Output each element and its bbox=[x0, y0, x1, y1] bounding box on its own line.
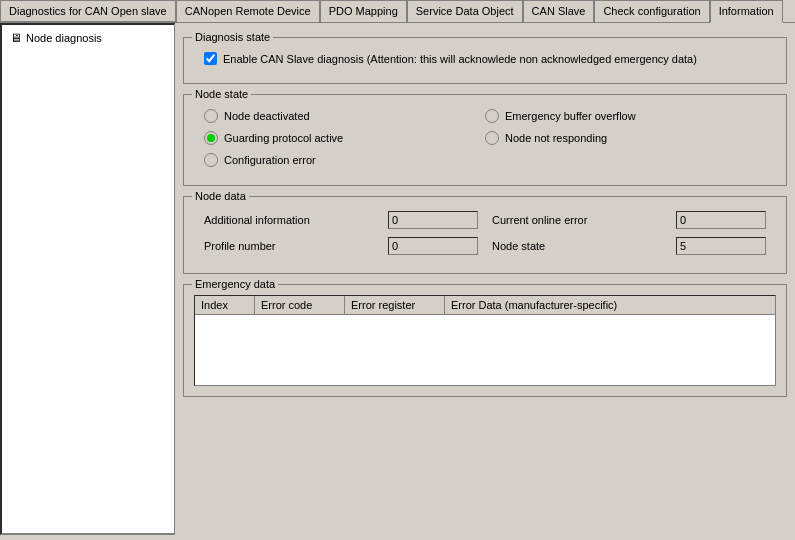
node-data-grid: Additional information Current online er… bbox=[194, 203, 776, 263]
radio-emergency-overflow-circle bbox=[485, 109, 499, 123]
node-state-group: Node state Node deactivated Emergency bu… bbox=[183, 94, 787, 186]
additional-info-label: Additional information bbox=[204, 214, 384, 226]
radio-node-not-responding-label: Node not responding bbox=[505, 132, 607, 144]
node-state-grid: Node deactivated Emergency buffer overfl… bbox=[194, 101, 776, 175]
additional-info-input[interactable] bbox=[388, 211, 478, 229]
table-body bbox=[195, 315, 775, 385]
diagnosis-state-label: Diagnosis state bbox=[192, 31, 273, 43]
node-data-group: Node data Additional information Current… bbox=[183, 196, 787, 274]
tab-information[interactable]: Information bbox=[710, 0, 783, 23]
tab-service-data[interactable]: Service Data Object bbox=[407, 0, 523, 22]
tab-pdo-mapping[interactable]: PDO Mapping bbox=[320, 0, 407, 22]
node-state-label: Node state bbox=[192, 88, 251, 100]
radio-node-deactivated-label: Node deactivated bbox=[224, 110, 310, 122]
profile-number-label: Profile number bbox=[204, 240, 384, 252]
radio-guarding-active[interactable]: Guarding protocol active bbox=[204, 131, 485, 145]
radio-config-error[interactable]: Configuration error bbox=[204, 153, 485, 167]
col-error-code: Error code bbox=[255, 296, 345, 314]
window-title: Diagnostics for CAN Open slave bbox=[0, 0, 176, 22]
sidebar: 🖥 Node diagnosis bbox=[0, 23, 175, 535]
tab-canopen-remote[interactable]: CANopen Remote Device bbox=[176, 0, 320, 22]
enable-diagnosis-checkbox[interactable] bbox=[204, 52, 217, 65]
table-header: Index Error code Error register Error Da… bbox=[195, 296, 775, 315]
tab-bar: Diagnostics for CAN Open slave CANopen R… bbox=[0, 0, 795, 23]
emergency-data-label: Emergency data bbox=[192, 278, 278, 290]
sidebar-item-node-diagnosis[interactable]: 🖥 Node diagnosis bbox=[6, 29, 170, 47]
radio-placeholder bbox=[485, 153, 766, 167]
tab-can-slave[interactable]: CAN Slave bbox=[523, 0, 595, 22]
diagnosis-checkbox-row: Enable CAN Slave diagnosis (Attention: t… bbox=[194, 44, 776, 73]
col-error-data: Error Data (manufacturer-specific) bbox=[445, 296, 775, 314]
enable-diagnosis-label: Enable CAN Slave diagnosis (Attention: t… bbox=[223, 53, 697, 65]
emergency-data-group: Emergency data Index Error code Error re… bbox=[183, 284, 787, 397]
diagnosis-state-group: Diagnosis state Enable CAN Slave diagnos… bbox=[183, 37, 787, 84]
col-index: Index bbox=[195, 296, 255, 314]
radio-config-error-label: Configuration error bbox=[224, 154, 316, 166]
col-error-register: Error register bbox=[345, 296, 445, 314]
radio-node-deactivated-circle bbox=[204, 109, 218, 123]
radio-emergency-overflow[interactable]: Emergency buffer overflow bbox=[485, 109, 766, 123]
current-online-error-input[interactable] bbox=[676, 211, 766, 229]
node-data-label: Node data bbox=[192, 190, 249, 202]
current-online-error-label: Current online error bbox=[492, 214, 672, 226]
radio-guarding-active-circle bbox=[204, 131, 218, 145]
content-area: Diagnosis state Enable CAN Slave diagnos… bbox=[175, 23, 795, 535]
radio-guarding-active-label: Guarding protocol active bbox=[224, 132, 343, 144]
radio-config-error-circle bbox=[204, 153, 218, 167]
radio-emergency-overflow-label: Emergency buffer overflow bbox=[505, 110, 636, 122]
radio-node-not-responding[interactable]: Node not responding bbox=[485, 131, 766, 145]
radio-node-deactivated[interactable]: Node deactivated bbox=[204, 109, 485, 123]
sidebar-item-label: Node diagnosis bbox=[26, 32, 102, 44]
profile-number-input[interactable] bbox=[388, 237, 478, 255]
emergency-data-table: Index Error code Error register Error Da… bbox=[194, 295, 776, 386]
node-diagnosis-icon: 🖥 bbox=[10, 31, 22, 45]
node-state-value-input[interactable] bbox=[676, 237, 766, 255]
radio-node-not-responding-circle bbox=[485, 131, 499, 145]
main-content: 🖥 Node diagnosis Diagnosis state Enable … bbox=[0, 23, 795, 535]
tab-check-config[interactable]: Check configuration bbox=[594, 0, 709, 22]
node-state-value-label: Node state bbox=[492, 240, 672, 252]
